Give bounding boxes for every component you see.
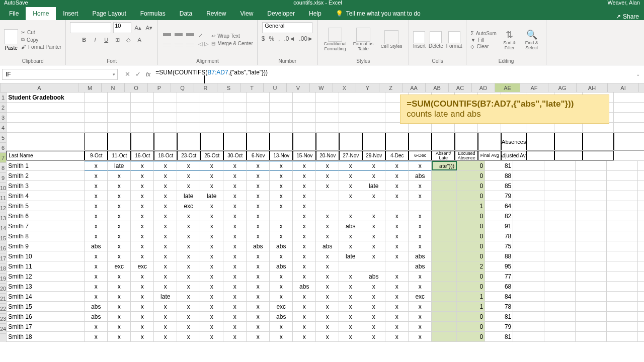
table-cell[interactable]: x: [339, 292, 362, 301]
table-cell[interactable]: x: [385, 302, 409, 311]
table-cell[interactable]: Last Name: [7, 151, 85, 160]
table-cell[interactable]: x: [200, 292, 223, 301]
table-cell[interactable]: x: [108, 181, 131, 191]
table-cell[interactable]: x: [247, 181, 270, 191]
row-header-12[interactable]: 12: [0, 203, 6, 213]
table-cell[interactable]: 0: [457, 181, 485, 191]
table-cell[interactable]: [154, 133, 177, 150]
row-header-19[interactable]: 19: [0, 274, 6, 284]
orientation-button[interactable]: ⤢: [198, 32, 208, 39]
table-cell[interactable]: x: [316, 231, 339, 241]
table-cell[interactable]: x: [223, 171, 247, 180]
table-cell[interactable]: x: [154, 191, 177, 201]
table-cell[interactable]: x: [339, 241, 362, 251]
table-cell[interactable]: x: [223, 251, 247, 261]
table-cell[interactable]: x: [409, 181, 432, 191]
table-cell[interactable]: x: [362, 221, 385, 231]
table-cell[interactable]: 0: [457, 211, 485, 221]
table-cell[interactable]: x: [177, 272, 200, 281]
table-cell[interactable]: [385, 133, 409, 150]
table-cell[interactable]: [223, 123, 247, 132]
col-header-AJ[interactable]: AJ: [639, 83, 644, 92]
table-cell[interactable]: x: [409, 221, 432, 231]
row-header-15[interactable]: 15: [0, 233, 6, 243]
table-cell[interactable]: Smith 8: [7, 231, 85, 241]
table-cell[interactable]: [200, 113, 223, 122]
row-header-9[interactable]: 9: [0, 173, 6, 183]
row-header-20[interactable]: 20: [0, 284, 6, 294]
table-cell[interactable]: x: [316, 251, 339, 261]
col-header-AH[interactable]: AH: [577, 83, 608, 92]
table-cell[interactable]: x: [177, 302, 200, 311]
table-cell[interactable]: x: [247, 221, 270, 231]
table-cell[interactable]: abs: [85, 302, 108, 311]
table-cell[interactable]: x: [154, 231, 177, 241]
col-header-S[interactable]: S: [217, 83, 240, 92]
table-cell[interactable]: 11-Oct: [108, 151, 131, 160]
tab-help[interactable]: Help: [302, 7, 329, 20]
table-cell[interactable]: [432, 312, 457, 321]
table-cell[interactable]: exc: [108, 261, 131, 271]
table-cell[interactable]: Smith 13: [7, 282, 85, 291]
table-cell[interactable]: x: [200, 211, 223, 221]
table-cell[interactable]: [455, 133, 478, 150]
table-cell[interactable]: x: [409, 191, 432, 201]
expand-formula-bar[interactable]: ⌄: [632, 71, 644, 77]
table-cell[interactable]: x: [108, 272, 131, 281]
table-cell[interactable]: x: [362, 171, 385, 180]
table-cell[interactable]: x: [247, 191, 270, 201]
table-cell[interactable]: x: [131, 231, 154, 241]
table-cell[interactable]: [513, 231, 544, 241]
cancel-formula-button[interactable]: ✕: [125, 70, 130, 78]
table-cell[interactable]: x: [362, 191, 385, 201]
table-cell[interactable]: abs: [339, 221, 362, 231]
table-cell[interactable]: x: [154, 251, 177, 261]
table-cell[interactable]: x: [85, 292, 108, 301]
row-header-14[interactable]: 14: [0, 223, 6, 233]
table-cell[interactable]: 88: [485, 171, 513, 180]
table-cell[interactable]: 78: [485, 231, 513, 241]
increase-indent-button[interactable]: ▷: [204, 41, 208, 47]
table-cell[interactable]: [576, 221, 607, 231]
table-cell[interactable]: [316, 103, 339, 112]
table-cell[interactable]: x: [131, 272, 154, 281]
table-cell[interactable]: [544, 231, 576, 241]
table-cell[interactable]: 0: [457, 231, 485, 241]
table-cell[interactable]: [576, 261, 607, 271]
table-cell[interactable]: x: [247, 322, 270, 331]
table-cell[interactable]: [432, 221, 457, 231]
table-cell[interactable]: [362, 133, 385, 150]
table-cell[interactable]: 0: [457, 312, 485, 321]
table-cell[interactable]: x: [154, 322, 177, 331]
table-cell[interactable]: x: [131, 302, 154, 311]
table-cell[interactable]: [409, 133, 432, 150]
table-cell[interactable]: [362, 113, 385, 122]
table-cell[interactable]: [576, 241, 607, 251]
table-cell[interactable]: 0: [457, 241, 485, 251]
table-cell[interactable]: x: [200, 261, 223, 271]
fx-icon[interactable]: fx: [146, 71, 153, 78]
table-cell[interactable]: x: [131, 332, 154, 341]
table-cell[interactable]: x: [85, 191, 108, 201]
table-cell[interactable]: [432, 292, 457, 301]
table-cell[interactable]: [223, 133, 247, 150]
table-cell[interactable]: [554, 133, 583, 150]
table-cell[interactable]: [432, 261, 457, 271]
table-cell[interactable]: x: [247, 251, 270, 261]
table-cell[interactable]: x: [85, 272, 108, 281]
paste-button[interactable]: Paste: [4, 29, 18, 51]
table-cell[interactable]: 20-Nov: [316, 151, 339, 160]
col-header-Z[interactable]: Z: [379, 83, 403, 92]
table-cell[interactable]: x: [85, 322, 108, 331]
table-cell[interactable]: [316, 201, 339, 211]
table-cell[interactable]: x: [270, 201, 293, 211]
table-cell[interactable]: x: [177, 231, 200, 241]
row-header-10[interactable]: 10: [0, 183, 6, 193]
row-header-1[interactable]: 1: [0, 93, 6, 103]
tab-formulas[interactable]: Formulas: [133, 7, 173, 20]
clear-button[interactable]: ◇Clear: [470, 44, 496, 49]
table-cell[interactable]: [293, 93, 316, 102]
table-cell[interactable]: [544, 221, 576, 231]
table-cell[interactable]: x: [293, 312, 316, 321]
table-cell[interactable]: 81: [485, 312, 513, 321]
